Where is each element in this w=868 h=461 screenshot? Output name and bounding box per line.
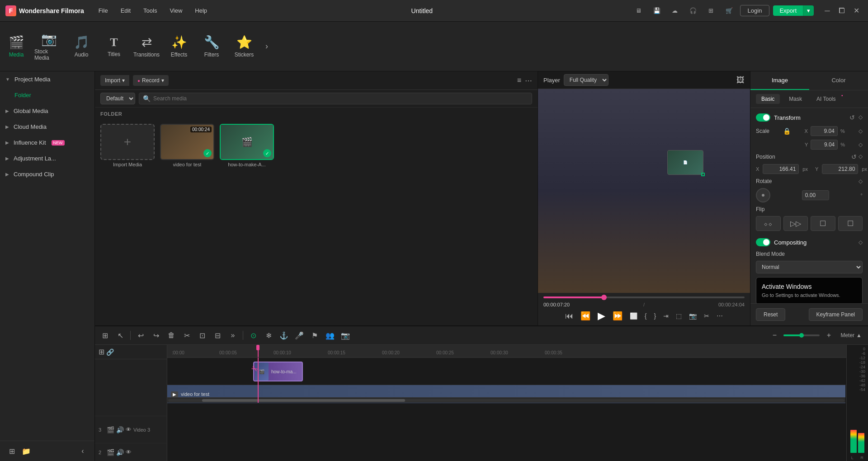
add-folder-icon[interactable]: ⊞ (5, 445, 18, 457)
frame-back-button[interactable]: ⏪ (580, 311, 590, 321)
h-scroll-thumb[interactable] (202, 399, 405, 402)
play-button[interactable]: ▶ (598, 310, 605, 322)
save-icon-btn[interactable]: 💾 (650, 4, 664, 18)
toolbar-media[interactable]: 🎬 Media (0, 22, 33, 71)
flip-btn3[interactable]: ☐ (811, 216, 835, 231)
menu-view[interactable]: View (164, 5, 188, 16)
scale-x-keyframe[interactable]: ◇ (859, 128, 863, 134)
tl-mic-btn[interactable]: 🎤 (293, 329, 306, 342)
sidebar-item-influence-kit[interactable]: ▶ Influence Kit NEW (0, 135, 94, 151)
sidebar-item-global-media[interactable]: ▶ Global Media (0, 103, 94, 119)
tl-zoom-thumb[interactable] (799, 333, 804, 338)
tl-delete-btn[interactable]: 🗑 (165, 329, 178, 342)
cart-icon-btn[interactable]: 🛒 (722, 4, 736, 18)
media-item-video-test[interactable]: 00:00:24 ✓ video for test (160, 124, 214, 167)
tl-people-btn[interactable]: 👥 (324, 329, 336, 342)
tl-green-circle-btn[interactable]: ⊙ (247, 329, 259, 342)
blend-mode-select[interactable]: Normal (756, 261, 863, 273)
more-button[interactable]: ⋯ (525, 76, 532, 85)
scale-x-input[interactable] (811, 126, 838, 136)
voiceover-button[interactable]: ✂ (704, 312, 709, 320)
export-dropdown-button[interactable]: ▾ (803, 5, 814, 16)
menu-edit[interactable]: Edit (115, 5, 136, 16)
export-button[interactable]: Export (773, 5, 803, 16)
sidebar-item-folder[interactable]: Folder (0, 87, 94, 103)
transform-keyframe-icon[interactable]: ◇ (859, 114, 863, 121)
tl-anchor-btn[interactable]: ⚓ (278, 329, 290, 342)
quality-select[interactable]: Full Quality (564, 74, 609, 86)
timeline-h-scrollbar[interactable] (167, 397, 845, 403)
grid-icon-btn[interactable]: ⊞ (704, 4, 718, 18)
rotate-keyframe-icon[interactable]: ◇ (859, 178, 863, 184)
flip-btn4[interactable]: ☐ (838, 216, 863, 231)
flip-v-btn[interactable]: ▷▷ (783, 216, 808, 231)
scale-y-input[interactable] (811, 140, 838, 150)
track3-eye-icon[interactable]: 👁 (126, 426, 132, 433)
menu-tools[interactable]: Tools (138, 5, 162, 16)
filter-button[interactable]: ≡ (517, 76, 521, 85)
link-track-button[interactable]: 🔗 (106, 348, 114, 356)
mark-out-button[interactable]: } (654, 312, 656, 320)
collapse-panel-icon[interactable]: ‹ (76, 445, 89, 457)
track2-film-icon[interactable]: 🎬 (107, 449, 114, 456)
track2-volume-icon[interactable]: 🔊 (116, 449, 124, 456)
track3-film-icon[interactable]: 🎬 (107, 426, 114, 433)
tl-select2-btn[interactable]: ⊡ (196, 329, 208, 342)
pip-resize-handle[interactable] (701, 173, 705, 176)
login-button[interactable]: Login (740, 5, 770, 16)
close-button[interactable]: ✕ (850, 5, 863, 17)
sub-tab-basic[interactable]: Basic (756, 94, 780, 104)
skip-back-button[interactable]: ⏮ (565, 311, 573, 321)
sidebar-item-project-media[interactable]: ▼ Project Media (0, 71, 94, 87)
import-button[interactable]: Import ▾ (100, 75, 129, 86)
progress-track[interactable] (543, 296, 745, 298)
media-item-how-to[interactable]: 🎬 ✓ how-to-make-A... (220, 124, 274, 167)
minimize-button[interactable]: ─ (821, 5, 834, 17)
crop-button[interactable]: ⬜ (630, 312, 637, 320)
sub-tab-mask[interactable]: Mask (783, 94, 807, 104)
record-button[interactable]: ● Record ▾ (133, 75, 169, 86)
mark-in-button[interactable]: { (645, 312, 647, 320)
menu-help[interactable]: Help (189, 5, 212, 16)
align-button[interactable]: ⇥ (663, 312, 669, 320)
toolbar-titles[interactable]: T Titles (98, 22, 130, 71)
folder-icon[interactable]: 📁 (20, 445, 33, 457)
sidebar-item-adjustment-layer[interactable]: ▶ Adjustment La... (0, 151, 94, 166)
tl-snowflake-btn[interactable]: ❄ (262, 329, 275, 342)
progress-thumb[interactable] (601, 295, 607, 300)
sub-tab-ai-tools[interactable]: AI Tools (811, 94, 841, 104)
headset-icon-btn[interactable]: 🎧 (686, 4, 700, 18)
tl-cut-btn[interactable]: ✂ (180, 329, 193, 342)
tl-zoom-slider[interactable] (783, 334, 820, 336)
position-keyframe-icon[interactable]: ◇ (859, 153, 863, 160)
tl-crop-btn[interactable]: ⊟ (211, 329, 224, 342)
tl-redo-btn[interactable]: ↪ (150, 329, 162, 342)
tl-flag-btn[interactable]: ⚑ (308, 329, 321, 342)
tl-select-btn[interactable]: ↖ (114, 329, 127, 342)
tl-more-btn[interactable]: » (226, 329, 239, 342)
clip-how-to[interactable]: 🎬 how-to-ma... (253, 362, 303, 381)
tab-color[interactable]: Color (809, 71, 868, 90)
compositing-toggle[interactable] (756, 238, 770, 246)
toolbar-transitions[interactable]: ⇄ Transitions (130, 22, 163, 71)
player-screenshot-icon[interactable]: 🖼 (736, 75, 745, 85)
tl-camera-btn[interactable]: 📷 (339, 329, 352, 342)
position-reset-icon[interactable]: ↺ (851, 153, 857, 160)
sidebar-item-cloud-media[interactable]: ▶ Cloud Media (0, 119, 94, 135)
track3-volume-icon[interactable]: 🔊 (116, 426, 124, 433)
meter-button[interactable]: Meter ▲ (838, 331, 864, 339)
insert-button[interactable]: ⬚ (676, 312, 682, 320)
toolbar-stock-media[interactable]: 📷 Stock Media (33, 22, 65, 71)
transform-reset-icon[interactable]: ↺ (849, 114, 855, 121)
lock-icon[interactable]: 🔒 (783, 127, 791, 135)
keyframe-panel-button[interactable]: Keyframe Panel (809, 308, 863, 321)
maximize-button[interactable]: ⧠ (835, 5, 848, 17)
tab-image[interactable]: Image (750, 71, 809, 90)
reset-button[interactable]: Reset (756, 308, 785, 321)
sort-select[interactable]: Default (100, 93, 135, 104)
frame-forward-button[interactable]: ⏩ (613, 311, 623, 321)
toolbar-stickers[interactable]: ⭐ Stickers (228, 22, 260, 71)
scale-y-keyframe[interactable]: ◇ (859, 141, 863, 148)
track2-eye-icon[interactable]: 👁 (126, 449, 132, 456)
add-track-button[interactable]: ⊞ (99, 348, 104, 356)
